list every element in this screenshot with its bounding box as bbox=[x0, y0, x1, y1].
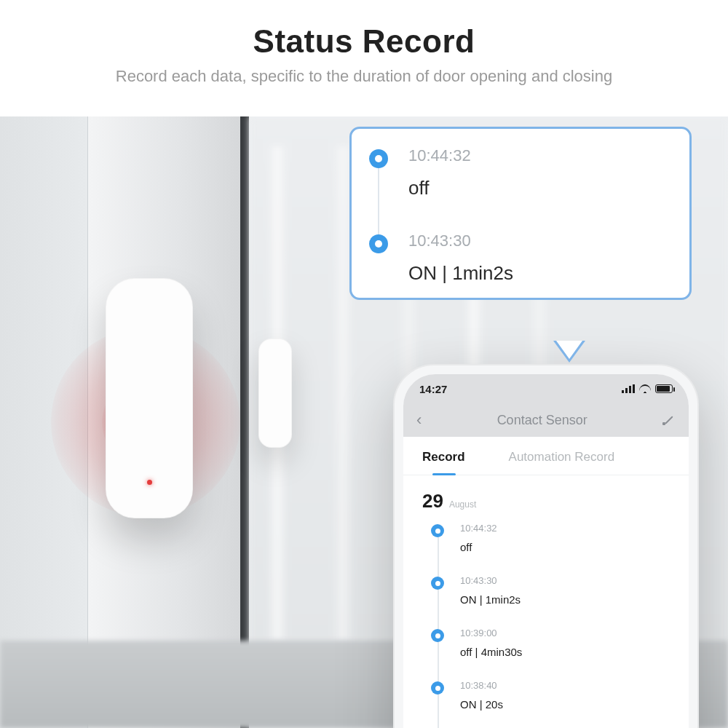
timeline-item[interactable]: 10:43:30 ON | 1min2s bbox=[431, 575, 670, 606]
callout-item: 10:44:32 off bbox=[369, 146, 669, 199]
callout-status: ON | 1min2s bbox=[408, 262, 513, 285]
callout-time: 10:44:32 bbox=[408, 146, 471, 165]
date-day: 29 bbox=[422, 490, 443, 513]
door-sensor-main bbox=[106, 278, 193, 518]
tab-automation-record[interactable]: Automation Record bbox=[509, 450, 615, 475]
timeline-time: 10:39:00 bbox=[460, 628, 522, 638]
timeline[interactable]: 10:44:32 off 10:43:30 ON | 1min2s 10:39:… bbox=[403, 518, 689, 711]
timeline-dot-icon bbox=[369, 149, 388, 168]
timeline-time: 10:38:40 bbox=[460, 680, 503, 691]
wifi-icon bbox=[639, 384, 651, 393]
status-callout: 10:44:32 off 10:43:30 ON | 1min2s bbox=[349, 127, 692, 300]
battery-icon bbox=[655, 384, 673, 393]
timeline-time: 10:43:30 bbox=[460, 575, 521, 586]
sensor-led-icon bbox=[147, 480, 152, 485]
date-month: August bbox=[449, 499, 476, 510]
app-bar: ‹ Contact Sensor bbox=[403, 403, 689, 437]
callout-status: off bbox=[408, 177, 471, 199]
door-sensor-magnet bbox=[258, 339, 292, 448]
timeline-dot-icon bbox=[431, 681, 444, 695]
timeline-status: ON | 20s bbox=[460, 698, 503, 711]
signal-icon bbox=[622, 384, 635, 393]
timeline-time: 10:44:32 bbox=[460, 523, 497, 534]
statusbar-time: 14:27 bbox=[419, 383, 447, 395]
timeline-status: off bbox=[460, 541, 497, 553]
page-subtitle: Record each data, specific to the durati… bbox=[15, 67, 713, 86]
edit-icon[interactable] bbox=[662, 414, 676, 427]
callout-item: 10:43:30 ON | 1min2s bbox=[369, 232, 669, 285]
phone-screen: 14:27 ‹ Contact Sensor Record Automation… bbox=[403, 374, 689, 728]
app-title: Contact Sensor bbox=[422, 413, 662, 428]
callout-time: 10:43:30 bbox=[408, 232, 513, 250]
timeline-item[interactable]: 10:38:40 ON | 20s bbox=[431, 680, 670, 711]
timeline-item[interactable]: 10:44:32 off bbox=[431, 523, 670, 553]
page-title: Status Record bbox=[15, 23, 713, 60]
timeline-status: off | 4min30s bbox=[460, 646, 522, 658]
tabs: Record Automation Record bbox=[403, 437, 689, 475]
callout-tail-icon bbox=[553, 341, 585, 363]
back-button[interactable]: ‹ bbox=[416, 411, 422, 430]
timeline-status: ON | 1min2s bbox=[460, 593, 521, 606]
timeline-item[interactable]: 10:39:00 off | 4min30s bbox=[431, 628, 670, 658]
phone-mockup: 14:27 ‹ Contact Sensor Record Automation… bbox=[393, 364, 699, 728]
phone-statusbar: 14:27 bbox=[403, 374, 689, 403]
timeline-dot-icon bbox=[431, 524, 444, 537]
door-gap bbox=[240, 116, 249, 728]
tab-record[interactable]: Record bbox=[422, 450, 465, 475]
scene-illustration: 10:44:32 off 10:43:30 ON | 1min2s 14:27 bbox=[0, 116, 728, 728]
timeline-dot-icon bbox=[431, 629, 444, 642]
timeline-dot-icon bbox=[431, 577, 444, 590]
date-header: 29 August bbox=[403, 475, 689, 518]
timeline-dot-icon bbox=[369, 234, 388, 253]
marketing-header: Status Record Record each data, specific… bbox=[0, 0, 728, 99]
